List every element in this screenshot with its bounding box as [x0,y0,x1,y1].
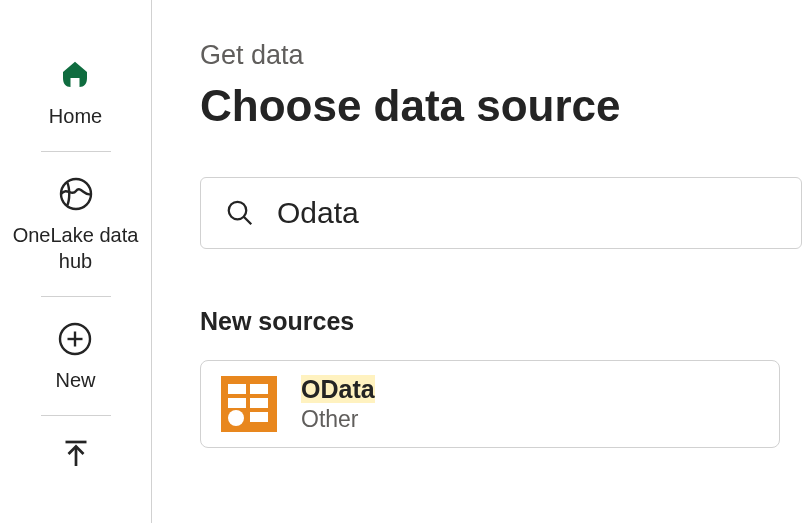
nav-item-label: Home [49,103,102,129]
section-heading-new-sources: New sources [200,307,802,336]
nav-item-label: OneLake data hub [10,222,141,274]
svg-rect-12 [250,398,268,408]
nav-item-onelake-data-hub[interactable]: OneLake data hub [0,174,151,274]
source-title: OData [301,375,375,404]
sidebar: Home OneLake data hub New [0,0,152,523]
svg-rect-13 [250,412,268,422]
divider [41,151,111,152]
breadcrumb: Get data [200,40,802,71]
upload-icon [56,434,96,474]
svg-rect-11 [228,398,246,408]
svg-point-6 [229,202,247,220]
nav-item-home[interactable]: Home [39,55,112,129]
divider [41,415,111,416]
svg-line-7 [244,217,252,225]
source-category: Other [301,406,375,433]
nav-item-upload[interactable] [46,434,106,474]
odata-icon [221,376,277,432]
search-box[interactable] [200,177,802,249]
nav-item-new[interactable]: New [45,319,105,393]
home-icon [55,55,95,95]
svg-rect-9 [228,384,246,394]
onelake-icon [56,174,96,214]
svg-rect-10 [250,384,268,394]
source-text: OData Other [301,375,375,433]
source-card-odata[interactable]: OData Other [200,360,780,448]
svg-point-14 [228,410,244,426]
search-input[interactable] [277,196,777,230]
nav-item-label: New [55,367,95,393]
divider [41,296,111,297]
page-title: Choose data source [200,81,802,131]
search-icon [225,198,255,228]
plus-circle-icon [55,319,95,359]
main-content: Get data Choose data source New sources [152,0,802,523]
